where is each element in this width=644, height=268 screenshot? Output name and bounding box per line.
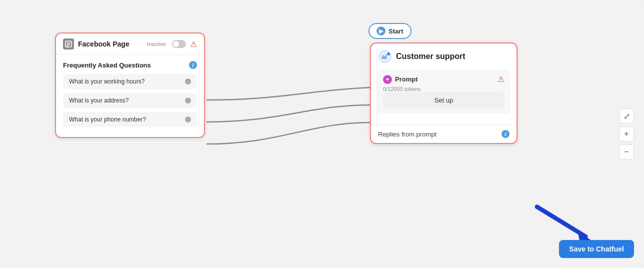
canvas: ▶ Start Facebook Page Inactive ⚠ Frequen… bbox=[0, 0, 644, 268]
fb-node-header: Facebook Page Inactive ⚠ bbox=[56, 34, 204, 55]
expand-button[interactable]: ⤢ bbox=[619, 108, 634, 124]
prompt-section: ✦ Prompt ⚠ 0/12000 tokens Set up bbox=[377, 70, 510, 114]
inactive-toggle[interactable] bbox=[172, 40, 186, 48]
fb-node-title: Facebook Page bbox=[78, 40, 143, 48]
cs-node-title: Customer support bbox=[396, 52, 466, 61]
facebook-page-node: Facebook Page Inactive ⚠ Frequently Aske… bbox=[55, 32, 205, 138]
start-label: Start bbox=[388, 28, 404, 35]
faq-dot-3 bbox=[185, 116, 191, 122]
cs-warning-icon: ⚠ bbox=[498, 74, 504, 84]
svg-rect-3 bbox=[66, 46, 69, 46]
replies-info-icon: i bbox=[502, 130, 510, 138]
cs-node-header: ai Customer support bbox=[371, 44, 516, 70]
zoom-in-button[interactable]: + bbox=[619, 126, 634, 142]
svg-point-6 bbox=[387, 52, 390, 56]
cs-node-body: ✦ Prompt ⚠ 0/12000 tokens Set up bbox=[371, 70, 516, 124]
fb-node-body: Frequently Asked Questions i What is you… bbox=[56, 55, 204, 137]
prompt-header: ✦ Prompt ⚠ bbox=[383, 74, 504, 84]
cs-node-footer: Replies from prompt i bbox=[371, 124, 516, 143]
prompt-icon: ✦ bbox=[383, 75, 392, 84]
fb-warning-icon: ⚠ bbox=[190, 40, 197, 49]
customer-support-node: ai Customer support ✦ Prompt ⚠ 0/12000 t… bbox=[370, 42, 518, 144]
faq-item-1: What is your working hours? bbox=[63, 74, 197, 89]
ai-icon: ai bbox=[378, 50, 392, 64]
faq-dot-1 bbox=[185, 78, 191, 84]
blue-arrow-annotation bbox=[532, 200, 596, 246]
svg-text:ai: ai bbox=[382, 53, 387, 60]
faq-item-2: What is your address? bbox=[63, 93, 197, 108]
zoom-out-button[interactable]: − bbox=[619, 144, 634, 160]
start-button[interactable]: ▶ Start bbox=[368, 23, 412, 39]
faq-dot-2 bbox=[185, 98, 191, 104]
save-to-chatfuel-button[interactable]: Save to Chatfuel bbox=[559, 240, 634, 258]
start-arrow-icon: ▶ bbox=[376, 26, 386, 36]
faq-item-3: What is your phone number? bbox=[63, 112, 197, 127]
replies-label: Replies from prompt bbox=[378, 130, 436, 138]
tokens-text: 0/12000 tokens bbox=[383, 86, 504, 92]
zoom-controls: ⤢ + − bbox=[619, 108, 634, 160]
prompt-label: ✦ Prompt bbox=[383, 75, 418, 84]
facebook-page-icon bbox=[63, 38, 74, 50]
setup-button[interactable]: Set up bbox=[383, 92, 504, 108]
inactive-label: Inactive bbox=[147, 41, 166, 47]
svg-rect-2 bbox=[66, 44, 70, 45]
faq-info-icon: i bbox=[189, 61, 197, 69]
svg-rect-1 bbox=[66, 42, 70, 44]
faq-section-title: Frequently Asked Questions i bbox=[63, 61, 197, 69]
